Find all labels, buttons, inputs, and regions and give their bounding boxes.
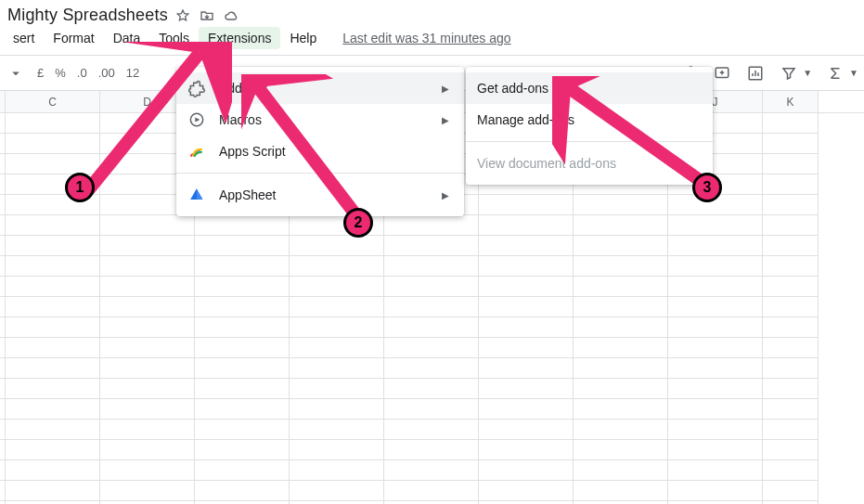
cell[interactable]: [763, 379, 819, 399]
menu-item-appsheet[interactable]: AppSheet ▶: [176, 179, 464, 211]
cell[interactable]: [290, 297, 384, 317]
cell[interactable]: [763, 460, 819, 481]
cell[interactable]: [100, 460, 195, 481]
cell[interactable]: [574, 317, 668, 338]
cell[interactable]: [100, 481, 195, 501]
cell[interactable]: [195, 420, 290, 440]
cell[interactable]: [100, 379, 195, 399]
cell[interactable]: [195, 297, 290, 317]
cell[interactable]: [668, 338, 763, 358]
cell[interactable]: [100, 297, 195, 317]
cell[interactable]: [574, 256, 668, 277]
cell[interactable]: [574, 481, 668, 501]
cell[interactable]: [479, 317, 574, 338]
cell[interactable]: [290, 358, 384, 379]
cell[interactable]: [6, 256, 100, 277]
cloud-status-icon[interactable]: [222, 6, 240, 25]
cell[interactable]: [100, 440, 195, 460]
cell[interactable]: [6, 358, 100, 379]
cell[interactable]: [668, 256, 763, 277]
cell[interactable]: [6, 440, 100, 460]
cell[interactable]: [6, 379, 100, 399]
cell[interactable]: [195, 379, 290, 399]
menu-format[interactable]: Format: [44, 27, 103, 49]
cell[interactable]: [195, 338, 290, 358]
cell[interactable]: [479, 297, 574, 317]
increase-decimal-button[interactable]: .00: [98, 66, 115, 80]
cell[interactable]: [384, 338, 479, 358]
cell[interactable]: [668, 317, 763, 338]
table-row[interactable]: [0, 297, 864, 317]
insert-chart-icon[interactable]: [745, 63, 766, 84]
menu-insert[interactable]: sert: [4, 27, 44, 49]
cell[interactable]: [290, 440, 384, 460]
table-row[interactable]: [0, 358, 864, 379]
cell[interactable]: [763, 174, 819, 195]
cell[interactable]: [479, 256, 574, 277]
cell[interactable]: [479, 420, 574, 440]
star-icon[interactable]: [174, 6, 192, 25]
menu-item-apps-script[interactable]: Apps Script: [176, 136, 464, 167]
menu-item-get-addons[interactable]: Get add-ons: [466, 72, 713, 104]
cell[interactable]: [290, 277, 384, 297]
cell[interactable]: [479, 215, 574, 236]
cell[interactable]: [479, 399, 574, 420]
cell[interactable]: [100, 215, 195, 236]
cell[interactable]: [195, 399, 290, 420]
zoom-fragment[interactable]: 12: [126, 66, 139, 80]
cell[interactable]: [384, 460, 479, 481]
cell[interactable]: [6, 134, 100, 154]
table-row[interactable]: [0, 215, 864, 236]
cell[interactable]: [763, 277, 819, 297]
table-row[interactable]: [0, 399, 864, 420]
cell[interactable]: [195, 358, 290, 379]
cell[interactable]: [763, 215, 819, 236]
cell[interactable]: [479, 195, 574, 215]
cell[interactable]: [6, 338, 100, 358]
cell[interactable]: [100, 256, 195, 277]
cell[interactable]: [6, 236, 100, 256]
cell[interactable]: [574, 460, 668, 481]
cell[interactable]: [574, 399, 668, 420]
cell[interactable]: [479, 338, 574, 358]
cell[interactable]: [100, 420, 195, 440]
cell[interactable]: [574, 236, 668, 256]
cell[interactable]: [100, 399, 195, 420]
cell[interactable]: [6, 113, 100, 134]
table-row[interactable]: [0, 481, 864, 501]
document-title[interactable]: Mighty Spreadsheets: [7, 6, 168, 25]
cell[interactable]: [195, 256, 290, 277]
cell[interactable]: [384, 297, 479, 317]
cell[interactable]: [668, 420, 763, 440]
cell[interactable]: [763, 440, 819, 460]
cell[interactable]: [6, 460, 100, 481]
cell[interactable]: [100, 338, 195, 358]
cell[interactable]: [195, 277, 290, 297]
cell[interactable]: [763, 399, 819, 420]
cell[interactable]: [6, 297, 100, 317]
menu-item-macros[interactable]: Macros ▶: [176, 104, 464, 136]
cell[interactable]: [763, 195, 819, 215]
cell[interactable]: [479, 358, 574, 379]
table-row[interactable]: [0, 420, 864, 440]
cell[interactable]: [384, 256, 479, 277]
cell[interactable]: [763, 154, 819, 174]
filter-dropdown-icon[interactable]: ▼: [803, 68, 812, 78]
currency-button[interactable]: £: [37, 66, 44, 80]
cell[interactable]: [479, 481, 574, 501]
cell[interactable]: [479, 460, 574, 481]
cell[interactable]: [290, 399, 384, 420]
cell[interactable]: [195, 440, 290, 460]
cell[interactable]: [763, 113, 819, 134]
toolbar-dropdown-icon[interactable]: [6, 63, 26, 84]
cell[interactable]: [6, 481, 100, 501]
cell[interactable]: [763, 297, 819, 317]
menu-help[interactable]: Help: [280, 27, 326, 49]
cell[interactable]: [763, 338, 819, 358]
cell[interactable]: [668, 460, 763, 481]
cell[interactable]: [574, 379, 668, 399]
cell[interactable]: [100, 277, 195, 297]
filter-icon[interactable]: [779, 63, 799, 84]
cell[interactable]: [763, 134, 819, 154]
decrease-decimal-button[interactable]: .0: [77, 66, 87, 80]
